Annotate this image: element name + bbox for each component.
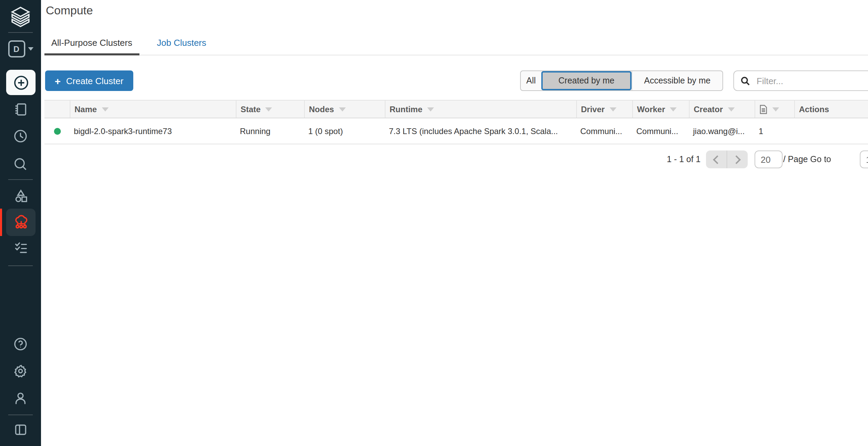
cluster-runtime-cell: 7.3 LTS (includes Apache Spark 3.0.1, Sc…: [385, 126, 576, 136]
chevron-right-icon: [732, 155, 741, 163]
pagination-range: 1 - 1 of 1: [667, 150, 701, 168]
sidebar-item-compute[interactable]: [6, 209, 36, 236]
sort-caret-icon: [101, 107, 108, 111]
previous-page-button[interactable]: [706, 150, 727, 168]
workspace-initial: D: [8, 40, 25, 57]
sidebar-divider: [8, 32, 33, 33]
scope-filter-group: All Created by me Accessible by me: [520, 70, 723, 91]
search-icon: [13, 157, 28, 172]
sidebar-divider: [8, 415, 33, 415]
tab-bar: All-Purpose Clusters Job Clusters: [44, 32, 868, 55]
filter-accessible-by-me-button[interactable]: Accessible by me: [632, 71, 722, 90]
chevron-left-icon: [713, 155, 721, 163]
goto-label: Go to: [810, 150, 831, 168]
table-header-row: Name State Nodes Runtime Driver: [44, 100, 868, 118]
sidebar-item-search[interactable]: [0, 157, 41, 172]
column-header-name[interactable]: Name: [70, 101, 236, 118]
search-icon: [741, 76, 750, 85]
filter-search-box: [733, 70, 868, 91]
cluster-worker-cell: Communi...: [632, 126, 689, 136]
sort-caret-icon: [670, 107, 677, 111]
create-cluster-button[interactable]: + Create Cluster: [45, 70, 133, 91]
sidebar-item-notebooks[interactable]: [0, 102, 41, 117]
page-title: Compute: [46, 4, 93, 18]
create-cluster-label: Create Cluster: [66, 76, 124, 86]
user-icon: [13, 391, 28, 406]
sort-caret-icon: [609, 107, 616, 111]
chevron-down-icon: [28, 47, 33, 51]
column-header-runtime[interactable]: Runtime: [385, 101, 576, 118]
sort-caret-icon: [339, 107, 345, 111]
pagination-nav: [706, 150, 748, 168]
cluster-icon: [13, 214, 29, 231]
sidebar: D: [0, 0, 41, 446]
app-window: D: [0, 0, 868, 446]
column-header-notebooks[interactable]: [755, 101, 794, 118]
sidebar-item-models[interactable]: [0, 188, 41, 203]
workspace-selector[interactable]: D: [0, 40, 41, 57]
running-status-dot: [54, 128, 60, 134]
checklist-icon: [13, 240, 28, 255]
sidebar-item-collapse[interactable]: [0, 422, 41, 437]
column-header-driver[interactable]: Driver: [576, 101, 632, 118]
column-header-status: [44, 101, 70, 118]
cluster-row[interactable]: bigdl-2.0-spark3-runtime73 Running 1 (0 …: [44, 118, 868, 144]
notebook-icon: [13, 102, 28, 117]
active-indicator: [0, 209, 2, 236]
sort-caret-icon: [427, 107, 434, 111]
databricks-logo[interactable]: [0, 5, 41, 29]
sidebar-item-recents[interactable]: [0, 129, 41, 144]
filter-created-by-me-button[interactable]: Created by me: [541, 71, 632, 90]
sidebar-item-account[interactable]: [0, 391, 41, 406]
sort-caret-icon: [728, 107, 734, 111]
column-header-state[interactable]: State: [236, 101, 304, 118]
page-size-input[interactable]: [755, 150, 783, 168]
sidebar-divider: [8, 265, 33, 266]
column-header-nodes[interactable]: Nodes: [304, 101, 385, 118]
cluster-creator-cell: jiao.wang@i...: [689, 126, 755, 136]
panel-left-icon: [13, 422, 28, 437]
filter-input[interactable]: [755, 75, 860, 87]
shapes-icon: [13, 188, 28, 203]
cluster-name-cell[interactable]: bigdl-2.0-spark3-runtime73: [70, 126, 236, 136]
cluster-state-cell: Running: [236, 126, 304, 136]
filter-all-button[interactable]: All: [521, 71, 541, 90]
column-header-worker[interactable]: Worker: [632, 101, 689, 118]
pagination-bar: 1 - 1 of 1 / Page Go to: [41, 150, 868, 168]
cluster-driver-cell: Communi...: [576, 126, 632, 136]
clusters-table: Name State Nodes Runtime Driver: [44, 100, 868, 144]
sidebar-item-settings[interactable]: [0, 363, 41, 378]
tab-job-clusters[interactable]: Job Clusters: [150, 32, 213, 55]
main-content: Compute All-Purpose Clusters Job Cluster…: [41, 0, 868, 446]
question-circle-icon: [13, 337, 28, 352]
gear-icon: [13, 363, 28, 378]
per-page-label: / Page: [783, 150, 808, 168]
column-header-actions: Actions: [794, 101, 868, 118]
cluster-nodes-cell: 1 (0 spot): [304, 126, 385, 136]
clock-icon: [13, 129, 28, 144]
plus-icon: +: [55, 76, 61, 86]
sidebar-item-jobs[interactable]: [0, 240, 41, 255]
column-header-creator[interactable]: Creator: [689, 101, 755, 118]
sort-caret-icon: [266, 107, 272, 111]
notebook-file-icon: [759, 104, 768, 114]
sidebar-divider: [8, 179, 33, 180]
sidebar-item-create[interactable]: [6, 70, 36, 95]
next-page-button[interactable]: [727, 150, 748, 168]
plus-circle-icon: [13, 74, 29, 91]
cluster-notebooks-cell: 1: [755, 126, 794, 136]
goto-page-input[interactable]: [860, 150, 868, 168]
sort-caret-icon: [772, 107, 779, 111]
databricks-stack-icon: [9, 5, 32, 29]
sidebar-item-help[interactable]: [0, 337, 41, 352]
cluster-status-cell: [44, 128, 70, 134]
tab-all-purpose-clusters[interactable]: All-Purpose Clusters: [44, 32, 139, 55]
